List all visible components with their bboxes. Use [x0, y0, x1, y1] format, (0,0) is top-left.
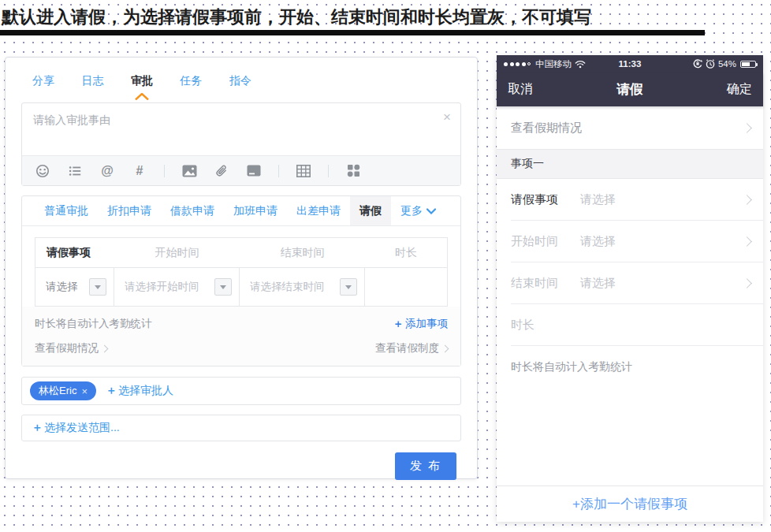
attendance-note: 时长将自动计入考勤统计 [35, 317, 152, 331]
tab-approval-label: 审批 [131, 74, 153, 87]
end-time-cell: 请选择结束时间 [240, 268, 365, 306]
compose-toolbar: @ # [22, 155, 460, 185]
leave-item-field-row[interactable]: 请假事项 请选择 [497, 179, 763, 221]
leave-item-cell: 请选择 [35, 268, 114, 306]
emoji-icon[interactable] [35, 163, 50, 179]
mobile-panel: 中国移动 11:33 54% 取消 请假 确定 查看假期情况 事项一 请假事项 … [497, 55, 763, 522]
approver-name: 林松Eric [39, 384, 76, 398]
tab-approval[interactable]: 审批 [131, 74, 153, 88]
view-holiday-row[interactable]: 查看假期情况 [497, 106, 763, 149]
plus-icon: ＋ [32, 421, 43, 433]
start-time-field-row[interactable]: 开始时间 请选择 [497, 221, 763, 262]
leave-item-select-button[interactable] [89, 278, 106, 296]
desktop-composer-panel: 分享 日志 审批 任务 指令 请输入审批事由 × @ # [5, 57, 478, 479]
tab-share[interactable]: 分享 [32, 74, 54, 88]
card-icon[interactable] [246, 163, 262, 179]
plus-icon: ＋ [106, 384, 117, 396]
end-time-select-button[interactable] [340, 278, 357, 296]
rotation-lock-icon [693, 59, 702, 69]
add-item-label: 添加事项 [405, 318, 448, 329]
start-time-select-button[interactable] [214, 278, 232, 296]
approver-tag[interactable]: 林松Eric× [30, 381, 96, 400]
carrier-label: 中国移动 [535, 58, 572, 70]
more-categories-button[interactable]: 更多 [391, 196, 445, 225]
close-icon[interactable]: × [443, 110, 451, 125]
hashtag-icon[interactable]: # [132, 163, 147, 179]
cancel-button[interactable]: 取消 [508, 81, 589, 98]
leave-table-header: 请假事项 开始时间 结束时间 时长 [35, 238, 447, 268]
view-holiday-label: 查看假期情况 [35, 341, 99, 355]
category-tab-overtime[interactable]: 加班申请 [224, 196, 287, 225]
select-send-range-button[interactable]: ＋选择发送范围... [32, 421, 120, 435]
contacts-icon[interactable] [345, 163, 361, 179]
alarm-icon [706, 59, 715, 69]
toolbar-divider [278, 165, 279, 177]
end-time-field-row[interactable]: 结束时间 请选择 [497, 262, 763, 304]
category-tab-loan[interactable]: 借款申请 [161, 196, 224, 225]
end-time-placeholder: 请选择结束时间 [250, 280, 325, 294]
start-time-field-label: 开始时间 [511, 234, 580, 249]
more-label: 更多 [400, 204, 423, 218]
mention-icon[interactable]: @ [99, 163, 115, 179]
approval-type-card: 普通审批 折扣申请 借款申请 加班申请 出差申请 请假 更多 请假事项 开始时间… [21, 195, 461, 366]
compose-box: 请输入审批事由 × @ # [21, 102, 461, 186]
view-holiday-link[interactable]: 查看假期情况 [35, 341, 107, 355]
tab-log[interactable]: 日志 [81, 74, 103, 88]
section-header-item-one: 事项一 [497, 149, 763, 179]
dropdown-arrow-icon [95, 285, 101, 289]
header-start-time: 开始时间 [114, 246, 240, 260]
dropdown-arrow-icon [220, 285, 226, 289]
start-time-placeholder: 请选择开始时间 [125, 280, 199, 294]
view-policy-link[interactable]: 查看请假制度 [375, 341, 448, 355]
chevron-right-icon [441, 344, 449, 352]
category-tabs: 普通审批 折扣申请 借款申请 加班申请 出差申请 请假 更多 [22, 196, 460, 226]
start-time-field-value: 请选择 [580, 234, 616, 249]
remove-approver-icon[interactable]: × [81, 385, 88, 397]
add-item-button[interactable]: ＋添加事项 [393, 317, 449, 331]
mobile-page-title: 请假 [589, 80, 670, 99]
image-icon[interactable] [181, 163, 197, 179]
category-tab-trip[interactable]: 出差申请 [287, 196, 350, 225]
plus-icon: ＋ [393, 318, 404, 329]
design-canvas: 默认进入请假，为选择请假事项前，开始、结束时间和时长均置灰，不可填写 分享 日志… [0, 0, 771, 532]
chevron-right-icon [742, 195, 752, 205]
duration-cell [365, 268, 447, 306]
status-time: 11:33 [619, 59, 642, 69]
compose-textarea[interactable]: 请输入审批事由 × [22, 103, 460, 155]
mobile-nav-bar: 取消 请假 确定 [497, 73, 763, 106]
end-time-field-value: 请选择 [580, 276, 616, 291]
category-tab-general[interactable]: 普通审批 [35, 196, 98, 225]
toolbar-divider [164, 165, 165, 177]
table-icon[interactable] [296, 163, 311, 179]
leave-item-field-label: 请假事项 [511, 192, 580, 207]
view-policy-label: 查看请假制度 [375, 341, 439, 355]
confirm-button[interactable]: 确定 [671, 81, 752, 98]
annotation-divider [0, 30, 705, 35]
chevron-right-icon [742, 123, 752, 133]
category-tab-leave[interactable]: 请假 [350, 196, 391, 225]
wifi-icon [575, 60, 586, 69]
header-duration: 时长 [365, 246, 447, 260]
header-end-time: 结束时间 [240, 246, 365, 260]
publish-button[interactable]: 发 布 [395, 452, 456, 480]
leave-card-footer: 时长将自动计入考勤统计 ＋添加事项 查看假期情况 查看请假制度 [22, 307, 460, 366]
battery-percent: 54% [718, 59, 736, 69]
approver-box: 林松Eric× ＋选择审批人 [21, 377, 461, 405]
annotation-title: 默认进入请假，为选择请假事项前，开始、结束时间和时长均置灰，不可填写 [2, 6, 591, 29]
add-leave-item-button[interactable]: +添加一个请假事项 [497, 485, 763, 522]
tab-task[interactable]: 任务 [180, 74, 202, 88]
header-leave-item: 请假事项 [35, 246, 114, 260]
add-approver-button[interactable]: ＋选择审批人 [106, 384, 173, 398]
chevron-right-icon [742, 236, 752, 247]
duration-field-row: 时长 [497, 304, 763, 346]
category-tab-discount[interactable]: 折扣申请 [98, 196, 161, 225]
end-time-field-label: 结束时间 [511, 276, 580, 291]
attendance-note-row: 时长将自动计入考勤统计 [497, 346, 763, 389]
compose-placeholder: 请输入审批事由 [33, 113, 110, 126]
mobile-status-bar: 中国移动 11:33 54% [497, 55, 763, 73]
tab-command[interactable]: 指令 [229, 74, 251, 88]
list-icon[interactable] [67, 163, 83, 179]
leave-item-placeholder: 请选择 [46, 280, 78, 294]
attachment-icon[interactable] [214, 163, 229, 179]
chevron-down-icon [426, 208, 436, 214]
